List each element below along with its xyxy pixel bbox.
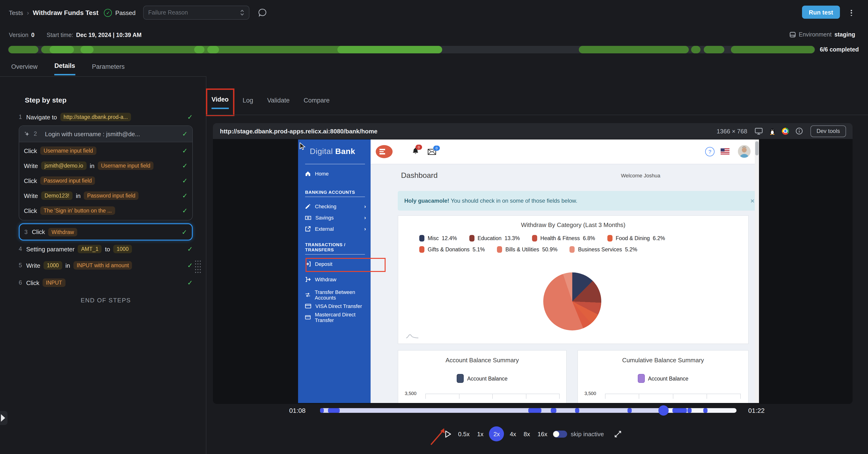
step-row-3-selected[interactable]: 3 Click Withdraw ✓ xyxy=(19,223,193,241)
monitor-icon xyxy=(755,127,763,134)
step-target-chip[interactable]: The 'Sign in' button on the ... xyxy=(40,206,115,215)
step-number: 5 xyxy=(19,262,26,269)
alert-close-icon[interactable]: × xyxy=(750,197,754,205)
step-check-icon: ✓ xyxy=(179,177,188,184)
skip-inactive-toggle[interactable] xyxy=(553,430,567,437)
panel-divider[interactable] xyxy=(206,76,206,454)
failure-reason-select[interactable]: Failure Reason xyxy=(143,6,249,20)
sparkline-icon xyxy=(406,333,419,339)
sidebar-toggle-button[interactable] xyxy=(376,145,393,158)
step-row-4[interactable]: 4 Setting parameter AMT_1 to 1000 ✓ xyxy=(19,242,193,256)
sidebar-item-transfer[interactable]: Transfer Between Accounts xyxy=(298,289,371,301)
step-target-chip[interactable]: INPUT with id amount xyxy=(73,261,132,270)
step-value-chip[interactable]: 1000 xyxy=(114,245,132,253)
pie-chart-title: Withdraw By Category (Last 3 Months) xyxy=(398,221,748,229)
sidebar-item-mastercard[interactable]: Mastercard Direct Transfer xyxy=(298,312,371,323)
cumulative-balance-card: Cumulative Balance Summary Account Balan… xyxy=(578,350,749,403)
step-value-chip[interactable]: 1000 xyxy=(43,261,62,270)
step-value-chip[interactable]: http://stage.dbank.prod-a... xyxy=(60,113,131,121)
sidebar-item-checking[interactable]: Checking› xyxy=(298,201,371,212)
speed-4x[interactable]: 4x xyxy=(510,430,516,437)
timeline-playhead[interactable] xyxy=(658,405,669,416)
resize-handle-icon[interactable] xyxy=(195,260,201,273)
step-row-click-signin[interactable]: Click The 'Sign in' button on the ... ✓ xyxy=(24,203,188,218)
start-time-value: Dec 19, 2024 | 10:39 AM xyxy=(76,32,142,38)
speed-0-5x[interactable]: 0.5x xyxy=(458,430,470,437)
checking-icon xyxy=(305,204,311,209)
step-value-chip[interactable]: jsmith@demo.io xyxy=(41,161,86,170)
step-row-click-password[interactable]: Click Password input field ✓ xyxy=(24,173,188,188)
environment-info: Environment staging xyxy=(789,30,855,39)
step-target-chip[interactable]: Withdraw xyxy=(48,228,77,236)
help-button[interactable]: ? xyxy=(705,147,715,156)
skip-inactive-label: skip inactive xyxy=(571,430,604,437)
fullscreen-icon[interactable] xyxy=(614,430,621,437)
step-check-icon: ✓ xyxy=(179,162,188,170)
bank-scrollbar[interactable] xyxy=(755,140,759,403)
tab-validate[interactable]: Validate xyxy=(267,97,290,108)
step-group-header[interactable]: 2 Login with username : jsmith@de... ✓ xyxy=(19,126,192,142)
speed-16x[interactable]: 16x xyxy=(538,430,548,437)
step-row-5[interactable]: 5 Write 1000 in INPUT with id amount ✓ xyxy=(19,258,193,273)
step-action: Click xyxy=(24,177,37,184)
tab-video[interactable]: Video xyxy=(212,96,228,109)
step-row-6[interactable]: 6 Click INPUT ✓ xyxy=(19,275,193,290)
step-target-chip[interactable]: Username input field xyxy=(98,161,154,170)
sidebar-item-external[interactable]: External› xyxy=(298,223,371,235)
step-target-chip[interactable]: Password input field xyxy=(84,191,139,200)
step-param-chip[interactable]: AMT_1 xyxy=(78,245,102,253)
video-timeline[interactable] xyxy=(320,408,737,413)
avatar[interactable] xyxy=(738,145,750,158)
step-check-icon: ✓ xyxy=(179,130,188,138)
bank-app-viewport: Digital Bank Home BANKING ACCOUNTS Check… xyxy=(298,140,759,403)
step-number: 1 xyxy=(19,114,26,120)
step-row-write-password[interactable]: Write Demo123! in Password input field ✓ xyxy=(24,188,188,203)
step-conjunction: in xyxy=(76,192,81,199)
run-test-button[interactable]: Run test xyxy=(802,6,840,19)
step-number: 2 xyxy=(34,130,41,137)
breadcrumb-tests[interactable]: Tests xyxy=(9,9,23,16)
tab-parameters[interactable]: Parameters xyxy=(92,63,125,74)
sidebar-item-home[interactable]: Home xyxy=(298,168,371,179)
run-progress-bar[interactable] xyxy=(8,46,815,53)
step-target-chip[interactable]: Password input field xyxy=(40,177,95,185)
tab-log[interactable]: Log xyxy=(243,97,253,108)
info-icon[interactable] xyxy=(796,127,803,135)
pie-chart-card: Withdraw By Category (Last 3 Months) Mis… xyxy=(398,215,749,344)
balance-legend-swatch xyxy=(638,374,645,383)
sidebar-item-visa[interactable]: VISA Direct Transfer xyxy=(298,301,371,312)
step-target-chip[interactable]: Username input field xyxy=(40,147,96,155)
speed-1x[interactable]: 1x xyxy=(477,430,484,437)
sidebar-item-savings[interactable]: Savings› xyxy=(298,212,371,223)
step-row-1[interactable]: 1 Navigate to http://stage.dbank.prod-a.… xyxy=(19,110,193,124)
red-arrow-annotation xyxy=(428,427,448,447)
video-frame: http://stage.dbank.prod-apps.relicx.ai:8… xyxy=(213,123,852,404)
step-target-chip[interactable]: INPUT xyxy=(42,278,65,287)
step-value-chip[interactable]: Demo123! xyxy=(41,191,72,200)
sidebar-item-withdraw[interactable]: Withdraw xyxy=(298,274,371,285)
more-options-icon[interactable] xyxy=(849,8,854,18)
legend-swatch xyxy=(497,246,502,253)
comment-icon[interactable] xyxy=(258,8,267,17)
legend-swatch xyxy=(419,246,425,253)
detail-tabs-divider xyxy=(206,115,868,115)
page-title: Withdraw Funds Test xyxy=(33,9,98,17)
speed-2x-active[interactable]: 2x xyxy=(489,426,504,442)
step-action: Click xyxy=(32,229,45,235)
scrollbar-thumb[interactable] xyxy=(755,141,758,155)
select-arrows-icon xyxy=(240,9,244,16)
devtools-button[interactable]: Dev tools xyxy=(810,125,846,137)
tab-details[interactable]: Details xyxy=(55,62,75,75)
tab-overview[interactable]: Overview xyxy=(11,63,38,74)
messages-mail[interactable]: 0 xyxy=(428,148,436,157)
step-row-write-username[interactable]: Write jsmith@demo.io in Username input f… xyxy=(24,158,188,173)
speed-8x[interactable]: 8x xyxy=(524,430,530,437)
savings-icon xyxy=(305,215,311,220)
tab-compare[interactable]: Compare xyxy=(304,97,330,108)
notifications-bell[interactable]: 0 xyxy=(412,147,419,157)
us-flag-icon[interactable] xyxy=(721,148,730,154)
alert-bold-text: Holy guacamole! xyxy=(404,198,449,204)
panel-expand-handle[interactable] xyxy=(0,411,7,425)
sidebar-section-transactions: TRANSACTIONS / TRANSFERS xyxy=(298,242,371,252)
step-row-click-username[interactable]: Click Username input field ✓ xyxy=(24,143,188,158)
